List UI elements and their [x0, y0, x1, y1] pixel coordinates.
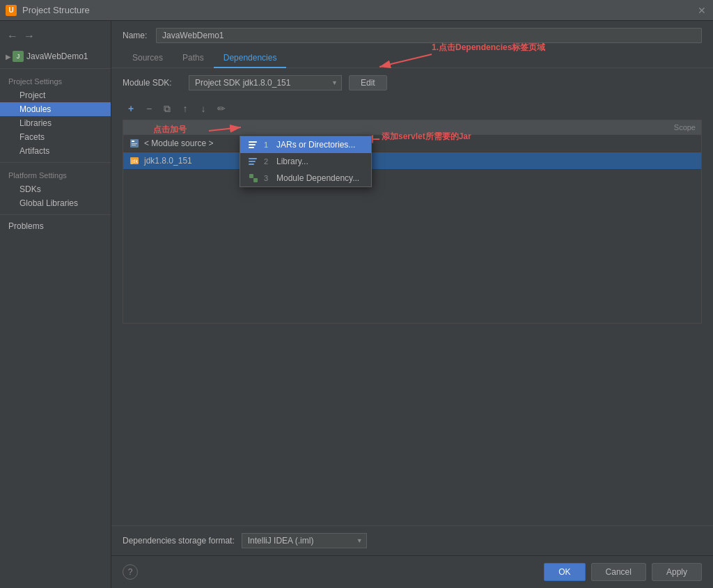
- move-up-button[interactable]: ↑: [177, 100, 194, 117]
- tab-paths[interactable]: Paths: [173, 49, 214, 68]
- bottom-bar: ? OK Cancel Apply: [111, 555, 713, 588]
- sdk-row: Module SDK: Project SDK jdk1.8.0_151 Edi…: [111, 68, 713, 97]
- jdk-icon: jdk: [129, 155, 140, 166]
- help-button[interactable]: ?: [123, 564, 138, 580]
- library-icon: [249, 158, 258, 165]
- dropdown-num-1: 1: [264, 141, 271, 149]
- tab-sources[interactable]: Sources: [123, 49, 173, 68]
- edit-dependency-button[interactable]: ✏: [213, 100, 230, 117]
- col-scope-header: Scope: [640, 123, 696, 132]
- sidebar-divider-2: [0, 162, 111, 163]
- add-dropdown-menu: 1 JARs or Directories... 2 Library...: [240, 136, 372, 187]
- sdk-label: Module SDK:: [123, 78, 182, 88]
- tabs-row: Sources Paths Dependencies: [111, 49, 713, 68]
- sidebar-item-modules[interactable]: Modules: [0, 102, 111, 116]
- content-area: Name: Sources Paths Dependencies Module …: [111, 21, 713, 588]
- dropdown-item-module-dep[interactable]: 3 Module Dependency...: [240, 170, 371, 186]
- platform-settings-section: Platform Settings: [0, 167, 111, 182]
- dropdown-item-jars[interactable]: 1 JARs or Directories...: [240, 136, 371, 153]
- module-source-text: < Module source >: [144, 138, 213, 148]
- project-tree-label: JavaWebDemo1: [26, 51, 88, 61]
- jars-icon: [249, 141, 258, 148]
- name-label: Name:: [123, 31, 150, 40]
- dropdown-label-module-dep: Module Dependency...: [276, 173, 359, 183]
- window-title: Project Structure: [22, 5, 696, 15]
- sidebar-divider-1: [0, 68, 111, 69]
- content-spacer: [111, 324, 713, 526]
- bottom-right: OK Cancel Apply: [544, 563, 702, 581]
- dependencies-table: Scope < Module source >: [123, 120, 702, 324]
- tab-dependencies[interactable]: Dependencies: [214, 49, 287, 68]
- sidebar-item-libraries[interactable]: Libraries: [0, 116, 111, 130]
- sdk-select-wrapper: Project SDK jdk1.8.0_151: [189, 75, 342, 90]
- row-content: < Module source >: [129, 138, 640, 149]
- dropdown-label-library: Library...: [276, 157, 308, 166]
- svg-rect-6: [249, 174, 253, 178]
- close-button[interactable]: ✕: [696, 5, 707, 16]
- project-tree-item[interactable]: ▶ J JavaWebDemo1: [0, 49, 111, 64]
- sdk-edit-button[interactable]: Edit: [349, 75, 387, 90]
- dropdown-label-jars: JARs or Directories...: [276, 140, 355, 150]
- dropdown-num-3: 3: [264, 174, 271, 182]
- project-icon: J: [13, 51, 24, 62]
- cancel-button[interactable]: Cancel: [591, 563, 646, 581]
- dropdown-item-library[interactable]: 2 Library...: [240, 153, 371, 170]
- table-row[interactable]: jdk jdk1.8.0_151: [123, 152, 701, 170]
- svg-text:jdk: jdk: [131, 159, 138, 164]
- col-name-header: [129, 123, 640, 132]
- forward-button[interactable]: →: [22, 29, 36, 43]
- app-icon: U: [6, 5, 17, 16]
- module-dep-icon: [249, 173, 258, 183]
- table-row[interactable]: < Module source >: [123, 135, 701, 152]
- ok-button[interactable]: OK: [544, 563, 585, 581]
- sidebar-item-global-libraries[interactable]: Global Libraries: [0, 196, 111, 210]
- sidebar-item-problems[interactable]: Problems: [0, 219, 111, 233]
- storage-format-select[interactable]: IntelliJ IDEA (.iml) Eclipse (.classpath…: [242, 533, 367, 548]
- sidebar-item-artifacts[interactable]: Artifacts: [0, 144, 111, 158]
- add-dependency-button[interactable]: +: [123, 100, 139, 117]
- dep-toolbar: + − ⧉ ↑ ↓ ✏: [111, 97, 713, 120]
- tree-expand-arrow: ▶: [6, 53, 11, 61]
- bottom-left: ?: [123, 564, 138, 580]
- sidebar: ← → ▶ J JavaWebDemo1 Project Settings Pr…: [0, 21, 111, 588]
- storage-label: Dependencies storage format:: [123, 536, 235, 546]
- sidebar-item-sdks[interactable]: SDKs: [0, 182, 111, 196]
- sidebar-item-facets[interactable]: Facets: [0, 130, 111, 144]
- move-down-button[interactable]: ↓: [195, 100, 212, 117]
- jdk-text: jdk1.8.0_151: [144, 156, 192, 166]
- dropdown-num-2: 2: [264, 157, 271, 166]
- storage-format-row: Dependencies storage format: IntelliJ ID…: [111, 525, 713, 555]
- svg-rect-2: [132, 143, 137, 144]
- sidebar-item-project[interactable]: Project: [0, 88, 111, 102]
- svg-rect-1: [132, 141, 134, 142]
- sidebar-divider-3: [0, 214, 111, 215]
- module-source-icon: [129, 138, 140, 149]
- project-settings-section: Project Settings: [0, 73, 111, 88]
- sdk-select[interactable]: Project SDK jdk1.8.0_151: [189, 75, 342, 90]
- remove-dependency-button[interactable]: −: [141, 100, 157, 117]
- module-name-input[interactable]: [156, 28, 702, 43]
- storage-select-wrapper: IntelliJ IDEA (.iml) Eclipse (.classpath…: [242, 533, 367, 548]
- main-layout: ← → ▶ J JavaWebDemo1 Project Settings Pr…: [0, 21, 713, 588]
- copy-dependency-button[interactable]: ⧉: [159, 100, 175, 117]
- title-bar: U Project Structure ✕: [0, 0, 713, 21]
- apply-button[interactable]: Apply: [652, 563, 702, 581]
- svg-rect-3: [132, 145, 136, 145]
- table-header: Scope: [123, 120, 701, 135]
- name-row: Name:: [111, 21, 713, 49]
- row-content: jdk jdk1.8.0_151: [129, 155, 640, 166]
- back-button[interactable]: ←: [6, 29, 19, 43]
- nav-buttons: ← →: [0, 26, 111, 49]
- svg-rect-7: [253, 178, 258, 182]
